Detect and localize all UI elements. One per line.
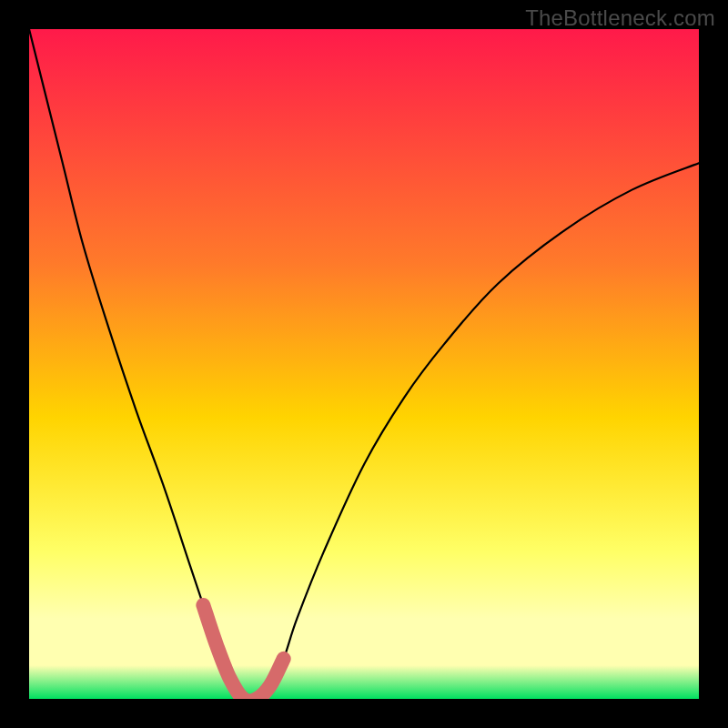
plot-area bbox=[29, 29, 699, 699]
gradient-background bbox=[29, 29, 699, 699]
watermark-text: TheBottleneck.com bbox=[525, 5, 715, 31]
chart-svg bbox=[29, 29, 699, 699]
chart-frame: TheBottleneck.com bbox=[0, 0, 728, 728]
